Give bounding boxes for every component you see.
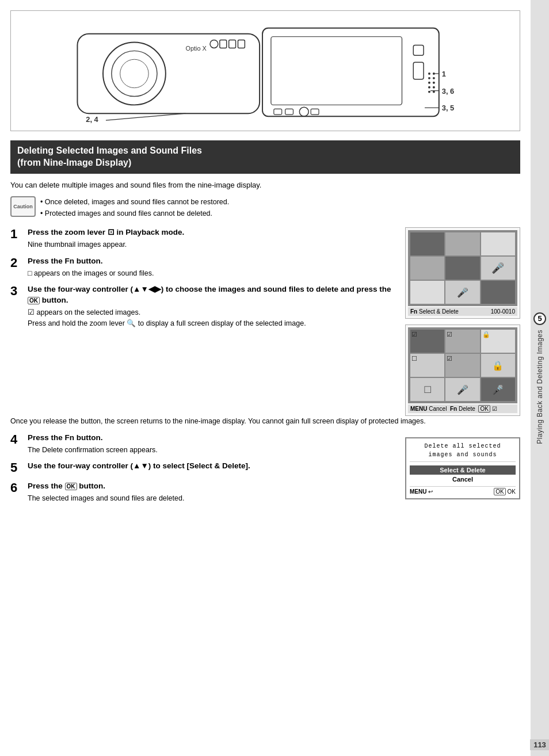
- thumb-c2: ☑: [445, 330, 479, 353]
- svg-rect-11: [413, 45, 424, 55]
- step-6: 6 Press the OK button. The selected imag…: [10, 481, 397, 504]
- file-code: 100-0010: [491, 308, 515, 315]
- step-1: 1 Press the zoom lever ⊡ in Playback mod…: [10, 227, 397, 250]
- step-title-1: Press the zoom lever ⊡ in Playback mode.: [28, 227, 397, 238]
- ok-label: OK: [478, 405, 490, 413]
- check-3: 🔒: [482, 331, 490, 338]
- svg-rect-10: [271, 37, 402, 105]
- caution-item-2: • Protected images and sound files canno…: [40, 208, 229, 219]
- delete-menu-icon: MENU ↩: [410, 488, 433, 495]
- thumb-c5: ☑: [445, 354, 479, 377]
- side-tab: 5 Playing Back and Deleting Images 113: [531, 0, 549, 756]
- svg-point-24: [433, 86, 435, 89]
- svg-rect-16: [311, 109, 319, 114]
- svg-rect-0: [77, 34, 260, 114]
- thumb-1: [410, 232, 444, 255]
- delete-screen: Delete all selected images and sounds Se…: [405, 437, 520, 499]
- thumb-6: 🎤: [481, 257, 515, 280]
- svg-point-1: [103, 43, 166, 105]
- svg-point-19: [428, 77, 430, 79]
- step-5: 5 Use the four-way controller (▲▼) to se…: [10, 461, 397, 475]
- thumb-c4: ☐: [410, 354, 444, 377]
- step-number-6: 6: [10, 481, 23, 495]
- svg-rect-14: [285, 109, 293, 114]
- check-2: ☑: [447, 331, 452, 338]
- svg-line-34: [106, 113, 186, 120]
- step-desc-1: Nine thumbnail images appear.: [28, 239, 397, 250]
- steps-right-1-3: 🎤 🎤 Fn Select & Delete 100-0010 ☑: [405, 227, 520, 416]
- thumb-8: 🎤: [445, 281, 479, 304]
- step-desc-4: The Delete confirmation screen appears.: [28, 445, 397, 456]
- svg-rect-8: [238, 40, 245, 48]
- delete-screen-footer: MENU ↩ OK OK: [410, 486, 516, 495]
- step-number-1: 1: [10, 227, 23, 241]
- svg-point-26: [433, 91, 435, 93]
- svg-text:3, 5: 3, 5: [442, 104, 454, 112]
- main-content: Optio X: [0, 0, 531, 756]
- side-tab-text: Playing Back and Deleting Images: [536, 330, 544, 444]
- thumb-c7: ☐: [410, 378, 444, 401]
- section-heading: Deleting Selected Images and Sound Files…: [10, 140, 520, 174]
- step-desc-2: □ appears on the images or sound files.: [28, 268, 397, 279]
- step-3-cont: Once you release the button, the screen …: [10, 416, 520, 427]
- step-title-2: Press the Fn button.: [28, 256, 397, 267]
- thumb-c9: 🎤: [481, 378, 515, 401]
- svg-point-25: [428, 91, 430, 93]
- step-desc-3a: ☑ appears on the selected images.: [28, 307, 397, 318]
- svg-point-3: [120, 59, 148, 87]
- thumb-c6: 🔒: [481, 354, 515, 377]
- screen-box-1: 🎤 🎤 Fn Select & Delete 100-0010: [405, 227, 520, 319]
- steps-left-1-3: 1 Press the zoom lever ⊡ in Playback mod…: [10, 227, 397, 416]
- step-desc-6: The selected images and sound files are …: [28, 493, 397, 504]
- step-3: 3 Use the four-way controller (▲▼◀▶) to …: [10, 284, 397, 329]
- thumb-grid-1: 🎤 🎤: [408, 230, 517, 306]
- thumb-3: [481, 232, 515, 255]
- thumb-7: [410, 281, 444, 304]
- step-content-2: Press the Fn button. □ appears on the im…: [28, 256, 397, 279]
- delete-header-line1: Delete all selected: [410, 442, 516, 450]
- svg-rect-13: [274, 109, 282, 114]
- delete-header-line2: images and sounds: [410, 450, 516, 459]
- svg-text:3, 6: 3, 6: [442, 87, 454, 96]
- caution-text: • Once deleted, images and sound files c…: [40, 196, 229, 219]
- svg-point-23: [428, 86, 430, 89]
- screen-title-bar-2: MENU Cancel Fn Delete OK ☑: [408, 404, 517, 413]
- step-desc-3b: Press and hold the zoom lever 🔍 to displ…: [28, 318, 397, 329]
- lower-left: 4 Press the Fn button. The Delete confir…: [10, 433, 397, 509]
- step-number-4: 4: [10, 433, 23, 446]
- delete-option-1[interactable]: Select & Delete: [410, 465, 516, 475]
- heading-line2: (from Nine-Image Display): [17, 158, 131, 167]
- svg-rect-12: [413, 62, 424, 79]
- check-5: ☑: [447, 355, 452, 362]
- step-number-2: 2: [10, 256, 23, 270]
- step-2: 2 Press the Fn button. □ appears on the …: [10, 256, 397, 279]
- lower-right: Delete all selected images and sounds Se…: [405, 433, 520, 509]
- svg-text:Optio X: Optio X: [185, 45, 207, 52]
- step-content-6: Press the OK button. The selected images…: [28, 481, 397, 504]
- thumb-c1: ☑: [410, 330, 444, 353]
- thumb-4: [410, 257, 444, 280]
- screen-title-bar-1: Fn Select & Delete 100-0010: [408, 307, 517, 316]
- step-number-3: 3: [10, 284, 23, 298]
- caution-item-1: • Once deleted, images and sound files c…: [40, 196, 229, 208]
- thumb-2: [445, 232, 479, 255]
- thumb-grid-2: ☑ ☑ 🔒 ☐ ☑ 🔒 ☐ 🎤: [408, 327, 517, 403]
- thumb-5: [445, 257, 479, 280]
- heading-line1: Deleting Selected Images and Sound Files: [17, 146, 202, 155]
- step-content-5: Use the four-way controller (▲▼) to sele…: [28, 461, 397, 473]
- svg-text:1: 1: [442, 70, 446, 78]
- check-4: ☐: [411, 355, 417, 362]
- step-title-5: Use the four-way controller (▲▼) to sele…: [28, 461, 397, 472]
- svg-point-15: [299, 107, 308, 116]
- camera-diagram: Optio X: [10, 10, 520, 131]
- lower-section: 4 Press the Fn button. The Delete confir…: [10, 433, 520, 509]
- svg-rect-6: [220, 40, 227, 48]
- step-number-5: 5: [10, 461, 23, 475]
- intro-text: You can delete multiple images and sound…: [10, 180, 520, 191]
- caution-box: Caution • Once deleted, images and sound…: [10, 196, 520, 219]
- svg-point-20: [433, 77, 435, 79]
- svg-point-5: [210, 40, 218, 48]
- check-1: ☑: [411, 331, 417, 338]
- menu-cancel: MENU Cancel Fn Delete OK ☑: [410, 406, 497, 412]
- delete-option-2[interactable]: Cancel: [410, 475, 516, 484]
